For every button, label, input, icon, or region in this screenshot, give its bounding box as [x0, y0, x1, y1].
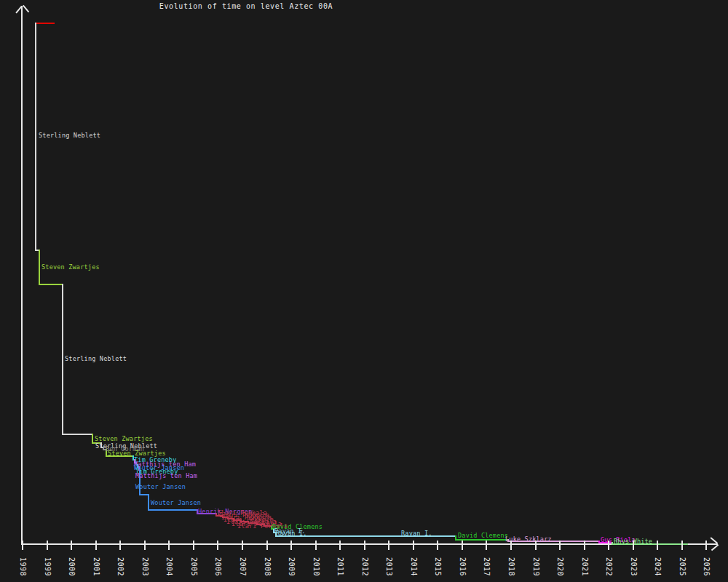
- x-tick: [47, 541, 48, 550]
- x-tick: [584, 541, 585, 550]
- x-tick-label: 2025: [678, 557, 686, 576]
- x-tick-label: 2014: [410, 557, 417, 576]
- y-axis: [21, 6, 23, 545]
- chart-title: Evolution of time on level Aztec 00A: [159, 2, 333, 10]
- record-segment: [35, 23, 36, 250]
- x-tick-label: 2020: [556, 557, 563, 576]
- record-label: Matthijs ten Ham: [135, 473, 197, 479]
- x-tick-label: 2022: [605, 557, 612, 576]
- x-tick: [339, 541, 341, 550]
- x-tick-label: 2019: [532, 557, 539, 576]
- record-segment: [39, 284, 62, 285]
- record-segment: [35, 23, 55, 24]
- x-tick-label: 2001: [92, 557, 100, 576]
- x-tick: [705, 541, 707, 550]
- record-segment: [62, 434, 92, 435]
- x-tick: [119, 541, 121, 550]
- x-axis-arrow-icon: [711, 544, 719, 551]
- x-tick-label: 2010: [312, 557, 320, 576]
- x-tick-label: 2003: [141, 557, 149, 576]
- x-tick: [657, 541, 658, 550]
- x-tick: [290, 541, 292, 550]
- x-tick: [144, 541, 146, 550]
- record-label: Wouter Jansen: [151, 500, 201, 506]
- y-axis-arrow-icon: [23, 5, 29, 12]
- x-tick-label: 2000: [68, 557, 75, 576]
- record-segment: [148, 509, 197, 511]
- record-label: David Clemens: [458, 533, 508, 539]
- record-segment: [139, 494, 148, 495]
- x-tick: [71, 541, 72, 550]
- record-label: Wouter Jansen: [135, 484, 186, 490]
- x-tick: [388, 541, 389, 550]
- x-tick-label: 2005: [190, 557, 197, 576]
- x-tick-label: 2004: [165, 557, 173, 576]
- x-tick: [608, 541, 609, 550]
- record-segment: [148, 494, 149, 509]
- x-tick: [681, 541, 683, 550]
- x-tick-label: 2021: [581, 557, 588, 576]
- x-tick: [535, 541, 537, 550]
- x-tick-label: 1999: [44, 557, 51, 576]
- x-tick: [633, 541, 634, 550]
- x-tick: [413, 541, 414, 550]
- x-tick: [437, 541, 438, 550]
- record-label: Steven Zwartjes: [95, 436, 153, 442]
- record-label: Sterling Neblett: [39, 132, 100, 139]
- x-tick-label: 2009: [288, 557, 295, 576]
- x-tick-label: 2012: [361, 557, 368, 576]
- x-tick-label: 2002: [116, 557, 124, 576]
- x-tick: [95, 541, 97, 550]
- record-segment: [39, 250, 40, 284]
- x-tick-label: 2026: [703, 557, 710, 576]
- record-segment: [62, 284, 63, 434]
- x-tick-label: 2006: [214, 557, 221, 576]
- record-label: Sterling Neblett: [65, 356, 127, 362]
- x-tick-label: 2016: [459, 557, 466, 576]
- x-tick: [168, 541, 170, 550]
- x-tick: [266, 541, 268, 550]
- x-tick-label: 2024: [654, 557, 661, 576]
- x-tick: [315, 541, 317, 550]
- record-label: Luke Szklarz: [505, 536, 552, 543]
- record-label: Rayan I.: [401, 530, 432, 537]
- x-tick: [559, 541, 561, 550]
- x-tick-label: 2023: [630, 557, 637, 576]
- x-tick-label: 2018: [507, 557, 515, 576]
- x-tick: [22, 541, 23, 550]
- wr-progression-chart: Evolution of time on level Aztec 00A Ste…: [0, 0, 728, 582]
- x-tick-label: 1998: [19, 557, 26, 576]
- x-tick-label: 2008: [264, 557, 271, 576]
- x-tick-label: 2013: [385, 557, 392, 576]
- x-tick: [486, 541, 487, 550]
- x-tick-label: 2017: [483, 557, 490, 576]
- x-tick: [242, 541, 243, 550]
- x-tick-label: 2011: [336, 557, 344, 576]
- x-tick: [217, 541, 218, 550]
- x-tick: [462, 541, 463, 550]
- x-tick: [364, 541, 365, 550]
- x-tick: [510, 541, 512, 550]
- record-label: Steven Zwartjes: [41, 264, 100, 271]
- record-label: Rayan I.: [276, 530, 307, 537]
- x-tick: [193, 541, 194, 550]
- x-tick-label: 2007: [239, 557, 246, 576]
- x-tick-label: 2015: [434, 557, 441, 576]
- record-segment: [92, 434, 93, 442]
